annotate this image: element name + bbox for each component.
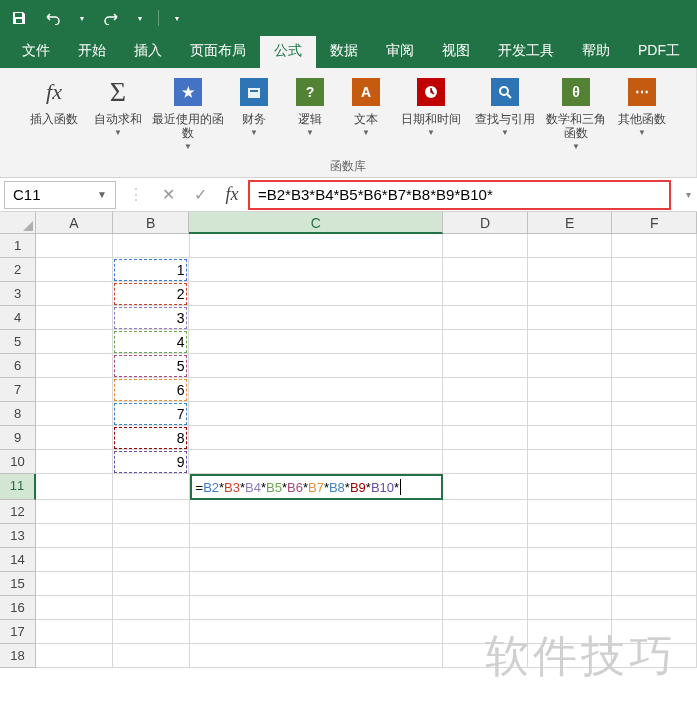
cells-area[interactable]: 123456789=B2*B3*B4*B5*B6*B7*B8*B9*B10* — [36, 234, 697, 668]
cell-A4[interactable] — [36, 306, 113, 330]
cell-C5[interactable] — [189, 330, 443, 354]
row-header-18[interactable]: 18 — [0, 644, 36, 668]
cell-B7[interactable]: 6 — [113, 378, 190, 402]
cell-E14[interactable] — [528, 548, 613, 572]
cell-F3[interactable] — [612, 282, 697, 306]
row-header-2[interactable]: 2 — [0, 258, 36, 282]
cell-E16[interactable] — [528, 596, 613, 620]
cell-C2[interactable] — [189, 258, 443, 282]
cell-F15[interactable] — [612, 572, 697, 596]
row-header-3[interactable]: 3 — [0, 282, 36, 306]
cell-A15[interactable] — [36, 572, 113, 596]
cell-A6[interactable] — [36, 354, 113, 378]
cell-C10[interactable] — [189, 450, 443, 474]
redo-icon[interactable] — [100, 7, 122, 29]
cell-E10[interactable] — [528, 450, 613, 474]
formula-bar[interactable]: =B2*B3*B4*B5*B6*B7*B8*B9*B10* — [248, 180, 671, 210]
cell-B17[interactable] — [113, 620, 190, 644]
row-header-11[interactable]: 11 — [0, 474, 36, 500]
cell-A17[interactable] — [36, 620, 113, 644]
cell-B11[interactable] — [113, 474, 190, 500]
expand-icon[interactable]: ▾ — [679, 189, 697, 200]
enter-icon[interactable]: ✓ — [184, 181, 216, 209]
cell-C6[interactable] — [189, 354, 443, 378]
cell-E3[interactable] — [528, 282, 613, 306]
cell-C12[interactable] — [190, 500, 444, 524]
cell-A5[interactable] — [36, 330, 113, 354]
cell-D6[interactable] — [443, 354, 528, 378]
cell-B18[interactable] — [113, 644, 190, 668]
tab-home[interactable]: 开始 — [64, 36, 120, 68]
cell-E8[interactable] — [528, 402, 613, 426]
row-header-12[interactable]: 12 — [0, 500, 36, 524]
tab-help[interactable]: 帮助 — [568, 36, 624, 68]
col-header-F[interactable]: F — [612, 212, 697, 234]
row-header-15[interactable]: 15 — [0, 572, 36, 596]
cell-B5[interactable]: 4 — [113, 330, 190, 354]
cell-D1[interactable] — [443, 234, 528, 258]
cell-F18[interactable] — [612, 644, 697, 668]
tab-review[interactable]: 审阅 — [372, 36, 428, 68]
save-icon[interactable] — [8, 7, 30, 29]
cell-C1[interactable] — [190, 234, 444, 258]
cell-E1[interactable] — [528, 234, 613, 258]
cell-C8[interactable] — [189, 402, 443, 426]
row-header-13[interactable]: 13 — [0, 524, 36, 548]
cell-F8[interactable] — [612, 402, 697, 426]
cell-D3[interactable] — [443, 282, 528, 306]
cell-A3[interactable] — [36, 282, 113, 306]
cell-A7[interactable] — [36, 378, 113, 402]
tab-pdf[interactable]: PDF工 — [624, 36, 694, 68]
text-button[interactable]: A 文本 ▼ — [340, 72, 392, 137]
redo-caret-icon[interactable]: ▾ — [134, 14, 146, 23]
cell-F17[interactable] — [612, 620, 697, 644]
cell-F6[interactable] — [612, 354, 697, 378]
row-header-14[interactable]: 14 — [0, 548, 36, 572]
cell-B3[interactable]: 2 — [113, 282, 190, 306]
row-header-5[interactable]: 5 — [0, 330, 36, 354]
cell-A12[interactable] — [36, 500, 113, 524]
cell-E6[interactable] — [528, 354, 613, 378]
row-header-1[interactable]: 1 — [0, 234, 36, 258]
cell-F9[interactable] — [612, 426, 697, 450]
qat-customize-icon[interactable]: ▾ — [171, 14, 183, 23]
cell-C17[interactable] — [190, 620, 444, 644]
cell-A16[interactable] — [36, 596, 113, 620]
cell-C7[interactable] — [189, 378, 443, 402]
cell-F10[interactable] — [612, 450, 697, 474]
cell-A2[interactable] — [36, 258, 113, 282]
row-header-8[interactable]: 8 — [0, 402, 36, 426]
cell-C16[interactable] — [190, 596, 444, 620]
cell-F1[interactable] — [612, 234, 697, 258]
cell-B4[interactable]: 3 — [113, 306, 190, 330]
tab-dev[interactable]: 开发工具 — [484, 36, 568, 68]
recent-fn-button[interactable]: ★ 最近使用的函数 ▼ — [152, 72, 224, 151]
cell-D13[interactable] — [443, 524, 528, 548]
cell-D4[interactable] — [443, 306, 528, 330]
row-header-4[interactable]: 4 — [0, 306, 36, 330]
cell-F13[interactable] — [612, 524, 697, 548]
tab-data[interactable]: 数据 — [316, 36, 372, 68]
cell-E7[interactable] — [528, 378, 613, 402]
cell-A8[interactable] — [36, 402, 113, 426]
cell-A1[interactable] — [36, 234, 113, 258]
cell-D5[interactable] — [443, 330, 528, 354]
row-header-10[interactable]: 10 — [0, 450, 36, 474]
cell-A11[interactable] — [36, 474, 113, 500]
logical-button[interactable]: ? 逻辑 ▼ — [284, 72, 336, 137]
cell-E17[interactable] — [528, 620, 613, 644]
cell-A10[interactable] — [36, 450, 113, 474]
cell-E13[interactable] — [528, 524, 613, 548]
cell-D15[interactable] — [443, 572, 528, 596]
cell-C14[interactable] — [190, 548, 444, 572]
cell-D8[interactable] — [443, 402, 528, 426]
cell-B8[interactable]: 7 — [113, 402, 190, 426]
row-header-16[interactable]: 16 — [0, 596, 36, 620]
cell-F14[interactable] — [612, 548, 697, 572]
cell-F7[interactable] — [612, 378, 697, 402]
cell-F11[interactable] — [612, 474, 697, 500]
tab-insert[interactable]: 插入 — [120, 36, 176, 68]
cell-C13[interactable] — [190, 524, 444, 548]
cell-A14[interactable] — [36, 548, 113, 572]
datetime-button[interactable]: 日期和时间 ▼ — [396, 72, 466, 137]
